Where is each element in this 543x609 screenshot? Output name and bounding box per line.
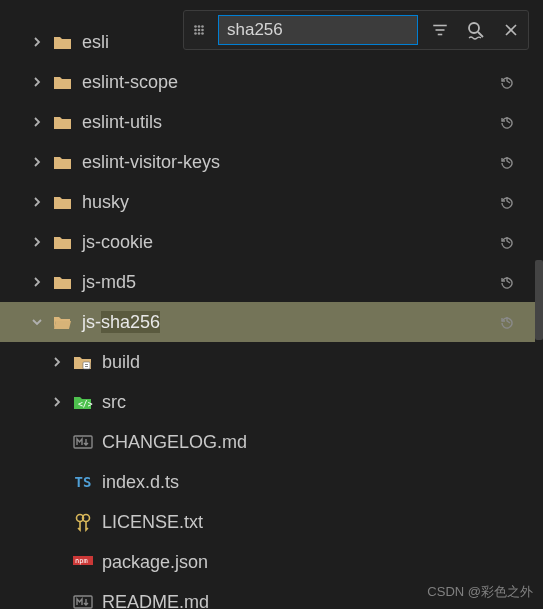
svg-rect-16	[83, 362, 90, 369]
folder-icon	[52, 153, 74, 171]
search-input[interactable]	[218, 15, 418, 45]
tree-item-label: index.d.ts	[102, 472, 535, 493]
chevron-right-icon[interactable]	[30, 116, 44, 128]
chevron-right-icon[interactable]	[30, 36, 44, 48]
svg-text:npm: npm	[75, 557, 88, 565]
restore-icon[interactable]	[499, 154, 517, 170]
tree-search-bar	[183, 10, 529, 50]
svg-point-4	[198, 29, 201, 32]
folder-icon	[72, 353, 94, 371]
file-license[interactable]: LICENSE.txt	[0, 502, 535, 542]
tree-item-label: CHANGELOG.md	[102, 432, 535, 453]
chevron-right-icon[interactable]	[30, 236, 44, 248]
file-changelog[interactable]: CHANGELOG.md	[0, 422, 535, 462]
svg-line-13	[478, 32, 483, 37]
svg-rect-17	[85, 364, 88, 365]
chevron-right-icon[interactable]	[50, 356, 64, 368]
tree-item-label: eslint-utils	[82, 112, 535, 133]
file-index-dts[interactable]: TSindex.d.ts	[0, 462, 535, 502]
watermark: CSDN @彩色之外	[427, 583, 533, 601]
folder-src[interactable]: </>src	[0, 382, 535, 422]
file-package-json[interactable]: npmpackage.json	[0, 542, 535, 582]
folder-icon	[52, 73, 74, 91]
chevron-right-icon[interactable]	[50, 396, 64, 408]
file-md-icon	[72, 594, 94, 609]
svg-point-7	[198, 32, 201, 35]
scrollbar[interactable]	[535, 260, 543, 340]
restore-icon[interactable]	[499, 74, 517, 90]
filter-icon[interactable]	[428, 18, 452, 42]
grip-icon[interactable]	[190, 23, 208, 37]
tree-item-label: package.json	[102, 552, 535, 573]
tree-item-label: src	[102, 392, 535, 413]
tree-item-label: js-cookie	[82, 232, 535, 253]
restore-icon[interactable]	[499, 274, 517, 290]
folder-eslint-visitor-keys[interactable]: eslint-visitor-keys	[0, 142, 535, 182]
chevron-down-icon[interactable]	[30, 316, 44, 328]
chevron-right-icon[interactable]	[30, 156, 44, 168]
restore-icon[interactable]	[499, 194, 517, 210]
folder-js-sha256[interactable]: js-sha256	[0, 302, 535, 342]
folder-js-cookie[interactable]: js-cookie	[0, 222, 535, 262]
chevron-right-icon[interactable]	[30, 196, 44, 208]
svg-rect-18	[85, 366, 88, 367]
restore-icon[interactable]	[499, 114, 517, 130]
chevron-right-icon[interactable]	[30, 276, 44, 288]
svg-point-2	[201, 25, 204, 28]
chevron-right-icon[interactable]	[30, 76, 44, 88]
svg-point-12	[469, 23, 479, 33]
svg-point-0	[194, 25, 197, 28]
tree-item-label: build	[102, 352, 535, 373]
tree-item-label: js-md5	[82, 272, 535, 293]
svg-point-6	[194, 32, 197, 35]
tree-item-label: husky	[82, 192, 535, 213]
tree-item-label: eslint-visitor-keys	[82, 152, 535, 173]
file-md-icon	[72, 434, 94, 450]
folder-icon: </>	[72, 393, 94, 411]
svg-point-8	[201, 32, 204, 35]
folder-build[interactable]: build	[0, 342, 535, 382]
folder-icon	[52, 193, 74, 211]
tree-item-label: js-sha256	[82, 312, 535, 333]
folder-js-md5[interactable]: js-md5	[0, 262, 535, 302]
svg-text:</>: </>	[78, 400, 93, 409]
folder-icon	[52, 113, 74, 131]
folder-eslint-utils[interactable]: eslint-utils	[0, 102, 535, 142]
svg-point-3	[194, 29, 197, 32]
folder-icon	[52, 33, 74, 51]
svg-point-1	[198, 25, 201, 28]
tree-item-label: LICENSE.txt	[102, 512, 535, 533]
folder-icon	[52, 273, 74, 291]
close-icon[interactable]	[500, 19, 522, 41]
file-tree: eslieslint-scopeeslint-utilseslint-visit…	[0, 22, 535, 609]
svg-point-5	[201, 29, 204, 32]
file-license-icon	[72, 512, 94, 532]
fuzzy-search-icon[interactable]	[462, 16, 490, 44]
folder-husky[interactable]: husky	[0, 182, 535, 222]
folder-icon	[52, 233, 74, 251]
restore-icon[interactable]	[499, 234, 517, 250]
file-npm-icon: npm	[72, 556, 94, 568]
tree-item-label: eslint-scope	[82, 72, 535, 93]
folder-open-icon	[52, 313, 74, 331]
file-ts-icon: TS	[72, 474, 94, 490]
folder-eslint-scope[interactable]: eslint-scope	[0, 62, 535, 102]
restore-icon[interactable]	[499, 314, 517, 330]
